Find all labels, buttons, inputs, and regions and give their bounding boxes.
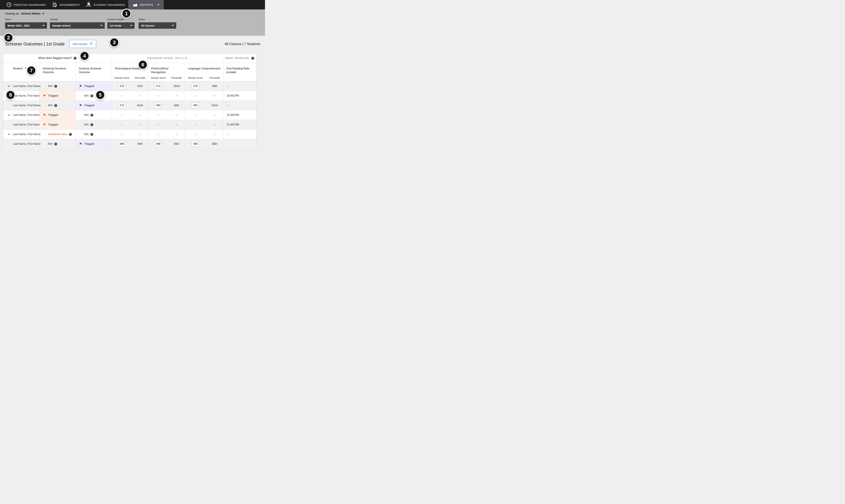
percentile-value: 42nd [132, 104, 148, 107]
score-box[interactable]: 489 [118, 141, 126, 147]
term-label: Term: [5, 18, 47, 21]
dyslexia-outcome-cell: Flagged [76, 139, 112, 148]
help-icon[interactable] [90, 94, 93, 97]
percentile-label: Percentile [206, 76, 223, 79]
table-row: Last Name, First Name Insufficient data … [3, 129, 257, 139]
table-row: Last Name, First Name N/A Flagged 470 41… [3, 82, 257, 91]
oral-reading-cell: – [223, 101, 257, 110]
domain-score-label: Domain Score [185, 76, 206, 79]
universal-outcome-cell: N/A [39, 139, 76, 148]
phonics-cell: – – [148, 91, 185, 101]
chevron-down-icon [172, 25, 174, 26]
dyslexia-outcome-cell: N/A [76, 120, 112, 129]
score-box[interactable]: 472 [118, 102, 126, 108]
annotation-badge-7: 7 [27, 66, 36, 75]
filter-icon [89, 42, 93, 46]
table-row: Last Name, First Name Flagged N/A – – – … [3, 91, 257, 101]
annotation-badge-8: 8 [5, 90, 15, 100]
help-icon[interactable] [54, 143, 57, 145]
help-icon[interactable] [251, 57, 254, 60]
flagged-help-text: What does flagged mean? [38, 56, 72, 60]
domain-score-label: Domain Score [148, 76, 169, 79]
universal-outcome-cell: Flagged [39, 120, 76, 129]
score-box[interactable]: 476 [192, 83, 199, 89]
expand-chevron-icon[interactable] [8, 115, 13, 115]
phonological-cell: 470 41st [112, 82, 148, 91]
school-dropdown[interactable]: Sample School [50, 22, 105, 29]
help-icon[interactable] [69, 133, 72, 136]
student-cell: Last Name, First Name [3, 101, 39, 110]
phonological-cell: – – [112, 110, 148, 120]
nav-item-reports[interactable]: REPORTS [128, 0, 164, 10]
percentile-value: 48th [206, 85, 223, 88]
student-name: Last Name, First Name [13, 133, 40, 136]
filter-controls: Term: Winter 2021 - 2022 School: Sample … [5, 18, 260, 29]
help-icon[interactable] [54, 85, 57, 88]
oral-reading-cell: – [223, 129, 257, 139]
percentile-value: – [206, 94, 223, 97]
annotation-badge-6: 6 [138, 60, 148, 70]
grade-label: Current Grade: [107, 18, 135, 21]
score-box[interactable]: 472 [154, 83, 162, 89]
nav-item-student-passwords[interactable]: **** STUDENT PASSWORDS [83, 0, 128, 10]
student-name: Last Name, First Name [13, 113, 40, 116]
help-icon[interactable] [90, 123, 93, 126]
dyslexia-outcome-cell: N/A [76, 129, 112, 139]
chevron-down-icon [130, 25, 132, 26]
filter-results-label: Filter Results [72, 42, 87, 46]
dashboard-gauge-icon [6, 2, 12, 7]
table-row: Last Name, First Name Flagged N/A – – – … [3, 120, 257, 129]
nav-label: ASSIGNMENTS [59, 3, 80, 6]
percentile-value: – [132, 133, 148, 136]
school-label: School: [50, 18, 105, 21]
oral-reading-cell [223, 139, 257, 148]
help-icon[interactable] [54, 104, 57, 107]
results-summary: All Classes | 7 Students [225, 42, 260, 46]
percentile-value: – [206, 133, 223, 136]
percentile-value: – [132, 123, 148, 126]
score-box[interactable]: 481 [192, 102, 199, 108]
flag-icon [79, 85, 82, 88]
nav-item-proctor-dashboard[interactable]: PROCTOR DASHBOARD [3, 0, 49, 10]
score-box[interactable]: 480 [154, 102, 162, 108]
column-header-language-comprehension: Language Comprehension Domain Score Perc… [185, 63, 223, 81]
percentile-value: – [169, 94, 184, 97]
percentile-value: 41st [132, 85, 148, 88]
phonological-cell: – – [112, 129, 148, 139]
student-cell: Last Name, First Name [3, 129, 39, 139]
expand-chevron-icon[interactable] [8, 134, 13, 134]
viewing-as-selector[interactable]: Viewing as: School Admin [5, 12, 44, 15]
help-icon[interactable] [90, 114, 93, 116]
flag-icon [43, 113, 46, 117]
score-box[interactable]: 470 [118, 83, 126, 89]
student-cell: Last Name, First Name [3, 82, 39, 91]
class-dropdown[interactable]: All Classes [139, 22, 176, 29]
term-value: Winter 2021 - 2022 [7, 24, 30, 27]
student-name: Last Name, First Name [13, 94, 40, 97]
expand-chevron-icon[interactable] [8, 86, 13, 87]
phonics-cell: – – [148, 120, 185, 129]
oral-reading-cell: – [223, 82, 257, 91]
grade-dropdown[interactable]: 1st Grade [107, 22, 135, 29]
viewing-as-value: School Admin [21, 12, 40, 15]
student-name: Last Name, First Name [13, 123, 40, 126]
score-box[interactable]: 488 [154, 141, 162, 147]
oral-reading-cell: 14 WCPM [223, 110, 257, 120]
help-icon[interactable] [90, 133, 93, 136]
reports-chart-icon [133, 2, 138, 7]
language-cell: 476 48th [185, 82, 223, 91]
viewing-as-label: Viewing as: [5, 12, 20, 15]
percentile-value: – [169, 133, 184, 136]
student-cell: Last Name, First Name [3, 120, 39, 129]
percentile-value: 50th [132, 142, 148, 145]
dyslexia-outcome-cell: Flagged [76, 101, 112, 110]
language-cell: 490 60th [185, 139, 223, 148]
term-dropdown[interactable]: Winter 2021 - 2022 [5, 22, 47, 29]
nav-item-assignments[interactable]: ASSIGNMENTS [49, 0, 83, 10]
filter-results-button[interactable]: Filter Results [69, 40, 96, 48]
student-name: Last Name, First Name [13, 142, 40, 145]
domain-score-label: Domain Score [112, 76, 132, 79]
column-header-dyslexia-screener: Dyslexia Screener Outcome [76, 63, 112, 81]
score-box[interactable]: 490 [192, 141, 199, 147]
help-icon[interactable] [74, 57, 76, 60]
